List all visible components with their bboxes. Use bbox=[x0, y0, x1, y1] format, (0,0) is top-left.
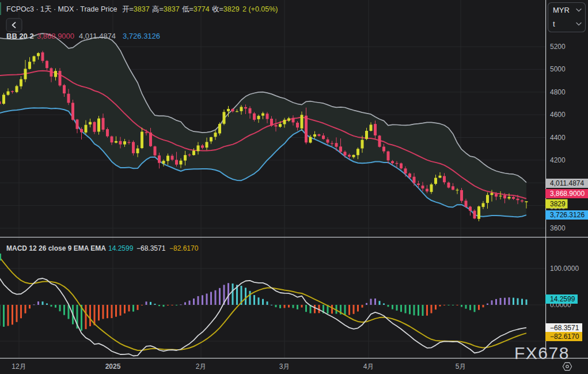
svg-text:4,011.4874: 4,011.4874 bbox=[550, 179, 584, 187]
svg-text:4800: 4800 bbox=[550, 88, 566, 96]
svg-text:5000: 5000 bbox=[550, 65, 566, 73]
svg-text:开=3837: 开=3837 bbox=[122, 5, 150, 13]
svg-text:FCPOc3 · 1天 · MDX · Trade Pric: FCPOc3 · 1天 · MDX · Trade Price bbox=[6, 5, 117, 13]
svg-text:MYR: MYR bbox=[553, 6, 570, 14]
svg-text:14.2599: 14.2599 bbox=[108, 244, 134, 252]
svg-text:收=3829: 收=3829 bbox=[212, 5, 240, 13]
svg-text:12月: 12月 bbox=[12, 362, 26, 371]
svg-text:BB 20 2: BB 20 2 bbox=[6, 32, 34, 40]
svg-text:−68.3571: −68.3571 bbox=[136, 244, 166, 252]
svg-text:−68.3571: −68.3571 bbox=[550, 324, 579, 332]
svg-text:3600: 3600 bbox=[550, 224, 566, 232]
svg-text:3月: 3月 bbox=[279, 362, 290, 371]
svg-text:5月: 5月 bbox=[456, 362, 466, 371]
svg-text:4月: 4月 bbox=[363, 362, 374, 371]
svg-text:2月: 2月 bbox=[196, 362, 207, 371]
svg-text:4200: 4200 bbox=[550, 156, 566, 164]
svg-text:3829: 3829 bbox=[550, 200, 566, 208]
svg-text:高=3837: 高=3837 bbox=[152, 5, 180, 13]
svg-text:4,011.4874: 4,011.4874 bbox=[79, 32, 116, 40]
svg-text:14.2599: 14.2599 bbox=[550, 295, 575, 303]
svg-text:3,726.3126: 3,726.3126 bbox=[550, 211, 585, 219]
svg-text:低=3774: 低=3774 bbox=[182, 5, 210, 13]
svg-text:4400: 4400 bbox=[550, 134, 566, 142]
svg-text:2 (+0.05%): 2 (+0.05%) bbox=[242, 5, 278, 13]
svg-text:FX678: FX678 bbox=[514, 343, 570, 362]
svg-text:t: t bbox=[553, 20, 555, 28]
svg-text:4600: 4600 bbox=[550, 111, 566, 119]
svg-text:−82.6170: −82.6170 bbox=[169, 244, 199, 252]
svg-text:−82.6170: −82.6170 bbox=[550, 333, 579, 341]
svg-text:2025: 2025 bbox=[105, 362, 121, 371]
svg-text:3,868.9000: 3,868.9000 bbox=[37, 32, 74, 40]
svg-text:5200: 5200 bbox=[550, 43, 566, 51]
svg-text:MACD 12 26 close 9 EMA EMA: MACD 12 26 close 9 EMA EMA bbox=[6, 244, 106, 252]
svg-text:100.0000: 100.0000 bbox=[550, 265, 579, 273]
svg-text:3,868.9000: 3,868.9000 bbox=[550, 190, 585, 198]
svg-text:3,726.3126: 3,726.3126 bbox=[123, 32, 160, 40]
